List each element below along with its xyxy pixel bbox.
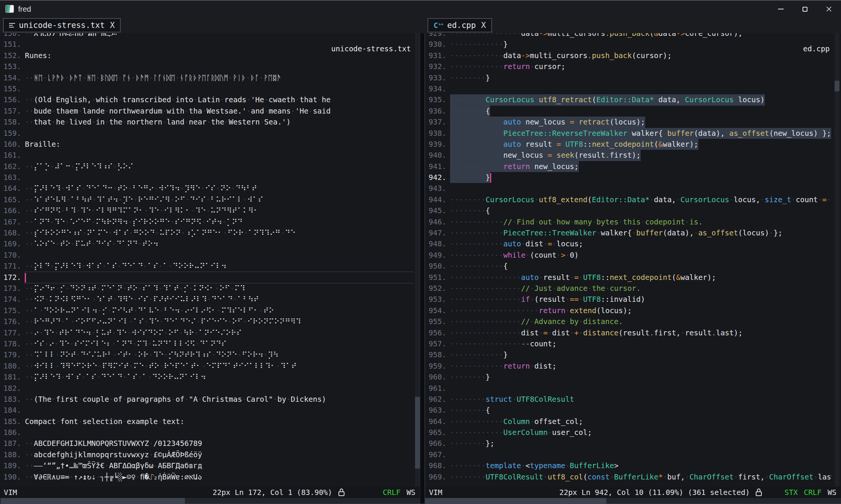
line-number: 153. [0, 61, 21, 72]
line-text: ····················return·extend(locus)… [450, 305, 832, 316]
line-text: ··⡎⠊⠗⠕⠕⠛⠑⠰⠎·⠝⠁⠍⠑·⠺⠁⠎·⠛⠕⠕⠙·⠥⠏⠕⠝·⠰⡡⠁⠝⠛⠑⠂·⠋… [25, 227, 414, 238]
title-bar[interactable]: fred [0, 1, 841, 17]
line-number: 165. [0, 194, 21, 205]
code-line: 944.········CursorLocus·utf8_extend(Edit… [425, 194, 832, 205]
code-line: 183.··(The·first·couple·of·paragraphs·of… [0, 394, 414, 405]
line-text: ················//·Just·advance·the·curs… [450, 283, 832, 294]
tab-unicode-stress[interactable]: unicode-stress.txt X [3, 18, 121, 32]
code-line: 943. [425, 183, 832, 194]
line-text: ··⠊⠎·⠔·⠹⠑·⠎⠊⠍⠊⠇⠑⠆·⠁⠝⠙·⠍⠹·⠥⠝⠙⠁⠇⠇⠪⠫·⠙⠁⠝⠙⠎ [25, 338, 414, 349]
left-vertical-scrollbar-thumb[interactable] [415, 397, 420, 469]
line-number: 181. [0, 372, 21, 383]
line-text: ··⠔·⠹⠑·⠞⠗⠁⠙⠑⠲·⡃⠥⠞·⠹⠑·⠺⠊⠎⠙⠕⠍·⠕⠋·⠳⠗·⠁⠝⠊⠑⠌⠕… [25, 327, 414, 338]
code-line: 171.··⡕⠇⠙·⡍⠜⠇⠑⠹·⠺⠁⠎·⠁⠎·⠙⠑⠁⠙·⠁⠎·⠁·⠙⠕⠕⠗⠤⠝⠁… [0, 261, 414, 272]
line-number: 188. [0, 449, 21, 460]
line-number: 936. [425, 106, 446, 117]
line-number: 170. [0, 250, 21, 261]
right-vertical-scrollbar[interactable] [835, 33, 839, 487]
line-text: ············//·Find·out·how·many·bytes·t… [450, 217, 832, 227]
line-number: 162. [0, 161, 21, 172]
cursor-position-info: 22px Ln 942, Col 10 (11.09%) (361 select… [559, 488, 750, 497]
line-number: 957. [425, 338, 446, 349]
code-line: 164.··⡍⠜⠇⠑⠹·⠺⠁⠎·⠙⠑⠁⠙⠒·⠞⠕·⠃⠑⠛⠔·⠺⠊⠹⠲·⡹⠻⠑·⠊… [0, 183, 414, 194]
code-line: 946.············//·Find·out·how·many·byt… [425, 217, 832, 227]
code-line: 177.··⠔·⠹⠑·⠞⠗⠁⠙⠑⠲·⡃⠥⠞·⠹⠑·⠺⠊⠎⠙⠕⠍·⠕⠋·⠳⠗·⠁⠝… [0, 327, 414, 338]
code-line: 940.············new_locus·=·seek(result.… [425, 150, 832, 161]
close-button[interactable] [817, 1, 841, 17]
right-editor-pane[interactable]: 929.················data->multi_cursors.… [425, 17, 841, 487]
code-line: 172. [0, 272, 414, 283]
left-code-area[interactable]: 150.··እግርህን·በፍራሽህ·ልክ·ዘርጋ።151.152.Runes:1… [0, 28, 414, 487]
line-number: 160. [0, 139, 21, 150]
selection-highlight: ············auto·new_locus·=·retract(loc… [450, 117, 645, 128]
right-vertical-scrollbar-thumb[interactable] [835, 81, 839, 91]
left-status-flags: CRLF WS [383, 488, 415, 497]
code-line: 161. [0, 150, 414, 161]
line-number: 956. [425, 327, 446, 338]
cpp-icon: C++ [434, 21, 443, 30]
line-text: ············return·cursor; [450, 61, 832, 72]
line-number: 950. [425, 261, 446, 272]
line-number: 173. [0, 283, 21, 294]
tab-close-icon[interactable]: X [481, 21, 486, 30]
code-line: 939.············auto·result·=·UTF8::next… [425, 139, 832, 150]
left-filename-overlay: unicode-stress.txt [331, 45, 411, 53]
line-number: 166. [0, 205, 21, 216]
line-text: ········{ [450, 405, 832, 416]
code-line: 945.········{ [425, 205, 832, 216]
code-line: 960.········} [425, 372, 832, 383]
code-line: 930.············} [425, 39, 832, 50]
right-horizontal-scrollbar-thumb[interactable] [425, 498, 606, 504]
line-text: Compact·font·selection·example·text: [25, 416, 414, 427]
line-number: 962. [425, 394, 446, 405]
line-number: 969. [425, 472, 446, 482]
code-line: 167.··⠁⠝⠙·⠹⠑·⠡⠊⠑⠋·⠍⠳⠗⠝⠻⠲·⡎⠊⠗⠕⠕⠛⠑·⠎⠊⠛⠝⠫·⠊… [0, 217, 414, 227]
line-text: ············} [450, 349, 832, 360]
left-horizontal-scrollbar-thumb[interactable] [1, 498, 185, 504]
code-line: 157.··bude·thaem·lande·northweardum·with… [0, 106, 414, 117]
line-number: 186. [0, 427, 21, 438]
line-number: 943. [425, 183, 446, 194]
line-number: 189. [0, 460, 21, 471]
left-vertical-scrollbar[interactable] [415, 33, 420, 487]
eol-indicator: CRLF [804, 488, 822, 497]
code-line: 155. [0, 83, 414, 94]
left-horizontal-scrollbar[interactable] [0, 498, 420, 504]
code-line: 184. [0, 405, 414, 416]
line-number: 190. [0, 472, 21, 482]
line-number: 156. [0, 94, 21, 105]
tab-close-icon[interactable]: X [110, 21, 115, 30]
code-line: 165.··⠱⠁⠞⠑⠧⠻·⠁⠃⠳⠞·⠹⠁⠞⠲·⡹⠑·⠗⠑⠛⠊⠌⠻·⠕⠋·⠙⠊⠎·… [0, 194, 414, 205]
tab-ed-cpp[interactable]: C++ ed.cpp X [427, 18, 492, 32]
whitespace-indicator: WS [407, 488, 415, 497]
line-text: ············Column·offset_col; [450, 416, 832, 427]
line-text: ········}; [450, 438, 832, 449]
line-text: ··⠺⠊⠇⠇·⠹⠻⠑⠋⠕⠗⠑·⠏⠻⠍⠊⠞·⠍⠑·⠞⠕·⠗⠑⠏⠑⠁⠞⠂·⠑⠍⠏⠙⠁… [25, 361, 414, 372]
line-number: 183. [0, 394, 21, 405]
code-line: 170. [0, 250, 414, 261]
line-text: ··–—‘“”„†•…‰™œŠŸž€·ΑΒΓΔΩαβγδω·АБВГДабвгд [25, 460, 414, 471]
maximize-icon [803, 7, 807, 12]
left-status-bar: VIM 22px Ln 172, Col 1 (83.90%) CRLF WS [0, 487, 420, 498]
pane-divider[interactable] [420, 17, 425, 504]
line-number: 175. [0, 305, 21, 316]
line-number: 151. [0, 39, 21, 50]
left-editor-pane[interactable]: 150.··እግርህን·በፍራሽህ·ልክ·ዘርጋ።151.152.Runes:1… [0, 17, 420, 487]
code-line: 174.··⠪⠝·⠅⠝⠪⠇⠫⠛⠑⠂·⠱⠁⠞·⠹⠻⠑·⠊⠎·⠏⠜⠞⠊⠊⠥⠇⠜⠇⠹·… [0, 294, 414, 305]
lock-icon[interactable] [755, 488, 763, 497]
line-number: 171. [0, 261, 21, 272]
line-number: 938. [425, 128, 446, 139]
line-number: 933. [425, 72, 446, 83]
line-text: ············new_locus·=·seek(result.firs… [450, 150, 832, 161]
maximize-button[interactable] [793, 1, 817, 17]
lock-icon[interactable] [338, 488, 345, 497]
minimize-button[interactable] [769, 1, 793, 17]
cursor-position-info: 22px Ln 172, Col 1 (83.90%) [213, 488, 332, 497]
code-line: 189.··–—‘“”„†•…‰™œŠŸž€·ΑΒΓΔΩαβγδω·АБВГДа… [0, 460, 414, 471]
line-number: 187. [0, 438, 21, 449]
right-horizontal-scrollbar[interactable] [425, 498, 841, 504]
right-code-area[interactable]: 929.················data->multi_cursors.… [425, 28, 832, 487]
text-cursor [25, 273, 26, 283]
code-line: 958.············} [425, 349, 832, 360]
code-line: 166.··⠎⠊⠛⠝⠫·⠃⠹·⠹⠑·⠊⠇⠻⠛⠹⠍⠁⠝⠂·⠹⠑·⠊⠇⠻⠅⠂·⠹⠑·… [0, 205, 414, 216]
